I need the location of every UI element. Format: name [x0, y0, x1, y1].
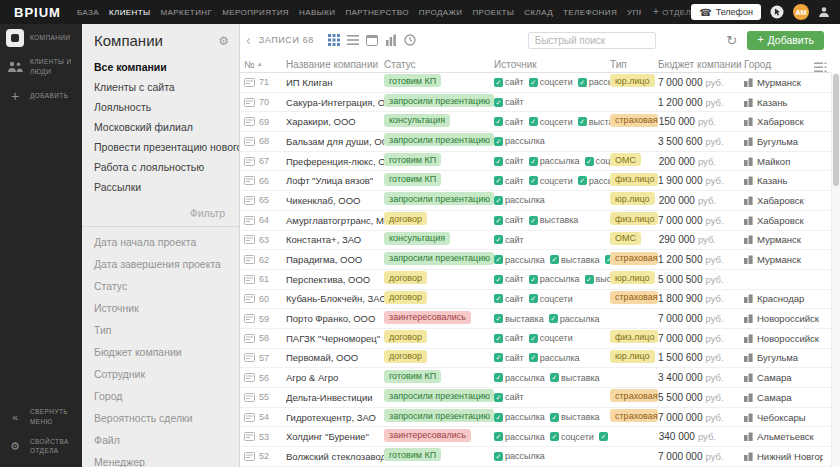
sidebar-filter-item[interactable]: Тип: [82, 319, 239, 341]
chart-view-icon[interactable]: [385, 34, 397, 46]
refresh-icon[interactable]: ↻: [726, 34, 737, 47]
top-menu-item[interactable]: МАРКЕТИНГ: [161, 8, 213, 17]
table-row[interactable]: 55 Дельта-Инвестиции запросили презентац…: [240, 388, 831, 408]
search-input[interactable]: [528, 32, 656, 49]
top-menu-item[interactable]: КЛИЕНТЫ: [109, 8, 151, 17]
avatar[interactable]: AM: [793, 4, 809, 20]
top-menu-item[interactable]: БАЗА: [77, 8, 99, 17]
company-name-cell[interactable]: ПАГЗК "Черноморец": [286, 333, 384, 344]
company-name-cell[interactable]: Порто Франко, ООО: [286, 313, 384, 324]
company-name-cell[interactable]: Сакура-Интеграция, ООО: [286, 97, 384, 108]
checkbox-icon[interactable]: ✓: [578, 176, 587, 185]
sidebar-filter-item[interactable]: Бюджет компании: [82, 341, 239, 363]
sidebar-view-item[interactable]: Лояльность: [82, 97, 239, 117]
table-row[interactable]: 59 Порто Франко, ООО заинтересовались ✓в…: [240, 309, 831, 329]
checkbox-icon[interactable]: ✓: [529, 117, 538, 126]
company-name-cell[interactable]: Преференция-люкс, ООО: [286, 156, 384, 167]
checkbox-icon[interactable]: ✓: [494, 216, 503, 225]
checkbox-icon[interactable]: ✓: [494, 452, 503, 461]
company-name-cell[interactable]: Перспектива, ООО: [286, 274, 384, 285]
checkbox-icon[interactable]: ✓: [529, 334, 538, 343]
app-logo[interactable]: BPIUM: [14, 5, 61, 20]
company-name-cell[interactable]: Константа+, ЗАО: [286, 234, 384, 245]
top-menu-item[interactable]: НАВЫКИ: [299, 8, 335, 17]
checkbox-icon[interactable]: ✓: [494, 117, 503, 126]
company-name-cell[interactable]: Бальзам для души, ООО: [286, 136, 384, 147]
column-header-status[interactable]: Статус: [384, 59, 494, 70]
phone-button[interactable]: ☎ Телефон: [691, 4, 761, 20]
checkbox-icon[interactable]: ✓: [529, 216, 538, 225]
column-header-name[interactable]: Название компании: [286, 59, 384, 70]
checkbox-icon[interactable]: ✓: [494, 235, 503, 244]
sidebar-view-item[interactable]: Все компании: [82, 57, 239, 77]
cursor-icon-button[interactable]: [770, 5, 784, 19]
checkbox-icon[interactable]: ✓: [578, 78, 587, 87]
sidebar-filter-item[interactable]: Город: [82, 385, 239, 407]
nav-item-clients-people[interactable]: КЛИЕНТЫ И ЛЮДИ: [0, 52, 82, 82]
checkbox-icon[interactable]: ✓: [585, 157, 594, 166]
company-name-cell[interactable]: Агро & Агро: [286, 372, 384, 383]
column-header-budget[interactable]: Бюджет компании: [658, 59, 744, 70]
checkbox-icon[interactable]: ✓: [550, 432, 559, 441]
checkbox-icon[interactable]: ✓: [494, 176, 503, 185]
top-menu-item[interactable]: УПРАВЛЕНИЕ: [627, 8, 641, 17]
grid-view-icon[interactable]: [328, 34, 340, 46]
sidebar-filter-item[interactable]: Сотрудник: [82, 363, 239, 385]
checkbox-icon[interactable]: ✓: [529, 294, 538, 303]
top-menu-item[interactable]: МЕРОПРИЯТИЯ: [222, 8, 289, 17]
table-row[interactable]: 65 Чикенклаб, ООО запросили презентацию …: [240, 191, 831, 211]
sidebar-view-item[interactable]: Рассылки: [82, 177, 239, 197]
checkbox-icon[interactable]: ✓: [550, 373, 559, 382]
table-row[interactable]: 66 Лофт "Улица вязов" готовим КП ✓сайт✓с…: [240, 171, 831, 191]
top-menu-item[interactable]: ПРОЕКТЫ: [472, 8, 514, 17]
table-row[interactable]: 56 Агро & Агро готовим КП ✓рассылка✓выст…: [240, 368, 831, 388]
nav-item-add[interactable]: + ДОБАВИТЬ: [0, 82, 82, 110]
company-name-cell[interactable]: Дельта-Инвестиции: [286, 392, 384, 403]
company-name-cell[interactable]: Чикенклаб, ООО: [286, 195, 384, 206]
table-row[interactable]: 67 Преференция-люкс, ООО готовим КП ✓сай…: [240, 152, 831, 172]
collapse-menu-button[interactable]: « СВЕРНУТЬ МЕНЮ: [0, 402, 82, 432]
table-row[interactable]: 57 Первомай, ООО договор ✓сайт✓рассылка …: [240, 349, 831, 369]
checkbox-icon[interactable]: ✓: [494, 157, 503, 166]
table-row[interactable]: 58 ПАГЗК "Черноморец" договор ✓сайт✓соцс…: [240, 329, 831, 349]
checkbox-icon[interactable]: ✓: [494, 314, 503, 323]
checkbox-icon[interactable]: ✓: [494, 78, 503, 87]
checkbox-icon[interactable]: ✓: [494, 373, 503, 382]
filter-toggle[interactable]: Фильтр: [82, 197, 239, 227]
checkbox-icon[interactable]: ✓: [529, 353, 538, 362]
company-name-cell[interactable]: Парадигма, ООО: [286, 254, 384, 265]
table-row[interactable]: 69 Харакири, ООО консультация ✓сайт✓соцс…: [240, 112, 831, 132]
sidebar-view-item[interactable]: Провести презентацию нового продукта: [82, 137, 239, 157]
checkbox-icon[interactable]: ✓: [494, 432, 503, 441]
checkbox-icon[interactable]: ✓: [585, 275, 594, 284]
checkbox-icon[interactable]: ✓: [529, 78, 538, 87]
checkbox-icon[interactable]: ✓: [494, 196, 503, 205]
checkbox-icon[interactable]: ✓: [599, 432, 608, 441]
company-name-cell[interactable]: Кубань-Блокчейн, ЗАО: [286, 293, 384, 304]
table-row[interactable]: 63 Константа+, ЗАО консультация ✓сайт ОМ…: [240, 231, 831, 251]
sidebar-filter-item[interactable]: Источник: [82, 297, 239, 319]
column-header-type[interactable]: Тип: [610, 59, 658, 70]
department-settings-button[interactable]: ⚙ СВОЙСТВА ОТДЕЛА: [0, 432, 82, 462]
sidebar-filter-item[interactable]: Вероятность сделки: [82, 407, 239, 429]
list-view-icon[interactable]: [347, 34, 359, 46]
gear-icon[interactable]: ⚙: [218, 34, 229, 48]
company-name-cell[interactable]: Холдинг "Бурение": [286, 431, 384, 442]
collapse-panel-icon[interactable]: ‹: [246, 33, 251, 47]
sidebar-view-item[interactable]: Клиенты с сайта: [82, 77, 239, 97]
profile-icon-button[interactable]: [818, 6, 830, 18]
checkbox-icon[interactable]: ✓: [494, 275, 503, 284]
checkbox-icon[interactable]: ✓: [494, 413, 503, 422]
company-name-cell[interactable]: Волжский стеклозавод, ЗАО: [286, 451, 384, 462]
table-row[interactable]: 61 Перспектива, ООО договор ✓сайт✓рассыл…: [240, 270, 831, 290]
company-name-cell[interactable]: Гидротехцентр, ЗАО: [286, 412, 384, 423]
table-row[interactable]: 71 ИП Клиган готовим КП ✓сайт✓соцсети✓ра…: [240, 73, 831, 93]
sidebar-filter-item[interactable]: Файл: [82, 429, 239, 451]
sidebar-view-item[interactable]: Московский филиал: [82, 117, 239, 137]
scrollbar-thumb[interactable]: [833, 74, 839, 186]
vertical-scrollbar[interactable]: [831, 73, 840, 467]
company-name-cell[interactable]: Харакири, ООО: [286, 116, 384, 127]
checkbox-icon[interactable]: ✓: [494, 393, 503, 402]
checkbox-icon[interactable]: ✓: [529, 176, 538, 185]
company-name-cell[interactable]: Лофт "Улица вязов": [286, 175, 384, 186]
